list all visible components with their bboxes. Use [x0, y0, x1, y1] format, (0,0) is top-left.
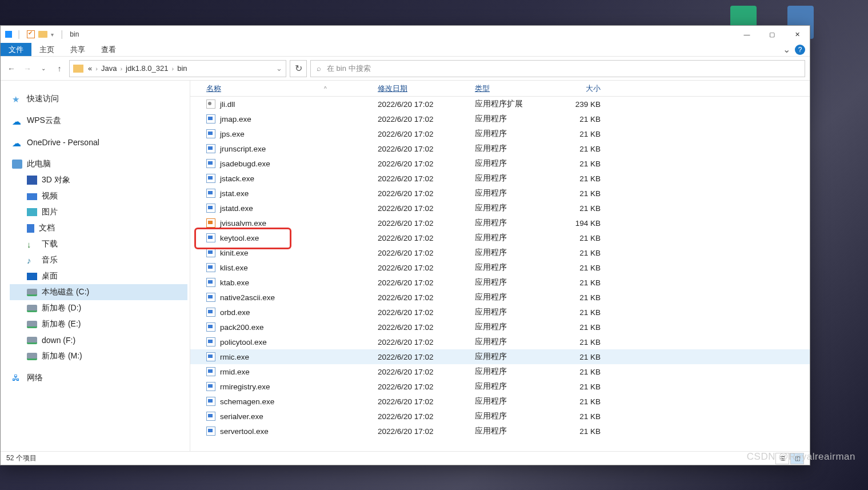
- file-list[interactable]: jli.dll2022/6/20 17:02应用程序扩展239 KBjmap.e…: [190, 97, 810, 451]
- sidebar-wps-cloud[interactable]: WPS云盘: [10, 113, 190, 129]
- maximize-button[interactable]: ▢: [759, 26, 785, 43]
- file-row[interactable]: klist.exe2022/6/20 17:02应用程序21 KB: [190, 260, 810, 275]
- file-row[interactable]: jli.dll2022/6/20 17:02应用程序扩展239 KB: [190, 97, 810, 111]
- file-name: policytool.exe: [220, 338, 267, 346]
- help-icon[interactable]: ?: [795, 45, 805, 55]
- file-row[interactable]: jstatd.exe2022/6/20 17:02应用程序21 KB: [190, 201, 810, 216]
- file-type: 应用程序: [475, 158, 555, 169]
- sidebar-item[interactable]: 3D 对象: [10, 172, 190, 188]
- file-type-icon: [206, 129, 215, 138]
- chevron-right-icon: ›: [120, 65, 122, 72]
- file-type: 应用程序: [475, 366, 555, 377]
- sidebar-onedrive[interactable]: OneDrive - Personal: [10, 134, 190, 150]
- tab-file[interactable]: 文件: [1, 43, 31, 56]
- mus-icon: [27, 256, 37, 265]
- folder-small-icon[interactable]: [38, 31, 47, 38]
- file-row[interactable]: jsadebugd.exe2022/6/20 17:02应用程序21 KB: [190, 156, 810, 171]
- file-type-icon: [206, 204, 215, 213]
- sidebar-item[interactable]: 新加卷 (E:): [10, 316, 190, 332]
- file-row[interactable]: jrunscript.exe2022/6/20 17:02应用程序21 KB: [190, 141, 810, 156]
- minimize-button[interactable]: —: [734, 26, 759, 43]
- file-row[interactable]: jmap.exe2022/6/20 17:02应用程序21 KB: [190, 111, 810, 126]
- tab-view[interactable]: 查看: [93, 43, 124, 56]
- sidebar-item[interactable]: 文档: [10, 220, 190, 236]
- file-type-icon: [206, 159, 215, 168]
- file-name: jrunscript.exe: [220, 145, 266, 153]
- tab-home[interactable]: 主页: [31, 43, 62, 56]
- breadcrumb-item[interactable]: bin: [177, 64, 187, 73]
- ribbon-collapse-icon[interactable]: ⌄: [783, 44, 790, 55]
- file-row[interactable]: schemagen.exe2022/6/20 17:02应用程序21 KB: [190, 394, 810, 409]
- file-size: 21 KB: [555, 249, 601, 257]
- sidebar-item[interactable]: down (F:): [10, 332, 190, 348]
- file-row[interactable]: native2ascii.exe2022/6/20 17:02应用程序21 KB: [190, 290, 810, 305]
- col-size[interactable]: 大小: [586, 84, 601, 93]
- recent-dropdown[interactable]: ⌄: [37, 62, 50, 75]
- refresh-button[interactable]: ↻: [290, 60, 307, 77]
- file-row[interactable]: ktab.exe2022/6/20 17:02应用程序21 KB: [190, 275, 810, 290]
- file-row[interactable]: jstack.exe2022/6/20 17:02应用程序21 KB: [190, 171, 810, 186]
- breadcrumb-item[interactable]: Java: [101, 64, 117, 73]
- file-row[interactable]: policytool.exe2022/6/20 17:02应用程序21 KB: [190, 334, 810, 349]
- file-type-icon: [206, 114, 215, 124]
- tab-share[interactable]: 共享: [62, 43, 93, 56]
- file-row[interactable]: jps.exe2022/6/20 17:02应用程序21 KB: [190, 126, 810, 141]
- sidebar-quick-access[interactable]: 快速访问: [10, 91, 190, 107]
- col-type[interactable]: 类型: [475, 84, 490, 93]
- file-row[interactable]: serialver.exe2022/6/20 17:02应用程序21 KB: [190, 409, 810, 424]
- back-button[interactable]: ←: [5, 62, 18, 75]
- file-row[interactable]: kinit.exe2022/6/20 17:02应用程序21 KB: [190, 245, 810, 260]
- icons-view-button[interactable]: ◫: [790, 453, 804, 464]
- breadcrumb[interactable]: « › Java › jdk1.8.0_321 › bin ⌄: [69, 60, 286, 77]
- file-row[interactable]: jstat.exe2022/6/20 17:02应用程序21 KB: [190, 186, 810, 201]
- details-view-button[interactable]: ☰: [775, 453, 789, 464]
- sidebar-item[interactable]: 视频: [10, 188, 190, 204]
- disk-icon: [27, 305, 37, 312]
- chevron-down-icon[interactable]: ⌄: [276, 64, 282, 73]
- breadcrumb-item[interactable]: jdk1.8.0_321: [126, 64, 168, 73]
- file-type: 应用程序: [475, 307, 555, 317]
- sidebar-network[interactable]: 网络: [10, 370, 190, 386]
- file-name: jstat.exe: [220, 189, 249, 198]
- forward-button[interactable]: →: [21, 62, 34, 75]
- file-size: 21 KB: [555, 397, 601, 406]
- file-row[interactable]: servertool.exe2022/6/20 17:02应用程序21 KB: [190, 424, 810, 439]
- file-row[interactable]: orbd.exe2022/6/20 17:02应用程序21 KB: [190, 305, 810, 320]
- search-input[interactable]: ⌕ 在 bin 中搜索: [310, 60, 805, 77]
- file-type: 应用程序: [475, 173, 555, 184]
- file-row[interactable]: rmid.exe2022/6/20 17:02应用程序21 KB: [190, 364, 810, 379]
- file-date: 2022/6/20 17:02: [378, 189, 475, 198]
- sidebar-item[interactable]: 音乐: [10, 252, 190, 268]
- file-row[interactable]: rmiregistry.exe2022/6/20 17:02应用程序21 KB: [190, 379, 810, 394]
- sidebar: 快速访问 WPS云盘 OneDrive - Personal 此电脑 3D 对象…: [1, 81, 190, 451]
- sidebar-this-pc[interactable]: 此电脑: [10, 156, 190, 172]
- file-name: servertool.exe: [220, 427, 269, 436]
- file-type-icon: [206, 352, 215, 361]
- sidebar-label: OneDrive - Personal: [27, 138, 99, 147]
- file-row[interactable]: rmic.exe2022/6/20 17:02应用程序21 KB: [190, 349, 810, 364]
- chevron-down-icon[interactable]: ▾: [51, 31, 54, 38]
- file-date: 2022/6/20 17:02: [378, 353, 475, 361]
- file-row[interactable]: keytool.exe2022/6/20 17:02应用程序21 KB: [190, 230, 810, 245]
- sidebar-item[interactable]: 桌面: [10, 268, 190, 284]
- chevron-right-icon: ›: [95, 65, 98, 72]
- breadcrumb-overflow[interactable]: «: [88, 64, 92, 73]
- sidebar-item[interactable]: 本地磁盘 (C:): [10, 284, 187, 300]
- file-date: 2022/6/20 17:02: [378, 100, 475, 109]
- sidebar-item[interactable]: 下载: [10, 236, 190, 252]
- properties-icon[interactable]: [27, 30, 35, 38]
- file-row[interactable]: pack200.exe2022/6/20 17:02应用程序21 KB: [190, 320, 810, 334]
- up-button[interactable]: ↑: [53, 62, 66, 75]
- sidebar-item[interactable]: 新加卷 (D:): [10, 300, 190, 316]
- col-name[interactable]: 名称: [206, 84, 221, 93]
- file-date: 2022/6/20 17:02: [378, 293, 475, 302]
- file-row[interactable]: jvisualvm.exe2022/6/20 17:02应用程序194 KB: [190, 216, 810, 230]
- sidebar-item[interactable]: 新加卷 (M:): [10, 348, 190, 364]
- file-size: 21 KB: [555, 234, 601, 242]
- titlebar[interactable]: | ▾ | bin — ▢ ✕: [1, 26, 810, 43]
- doc-icon: [27, 224, 34, 233]
- col-date[interactable]: 修改日期: [378, 84, 407, 93]
- close-button[interactable]: ✕: [785, 26, 810, 43]
- sidebar-item[interactable]: 图片: [10, 204, 190, 220]
- file-type-icon: [206, 308, 215, 317]
